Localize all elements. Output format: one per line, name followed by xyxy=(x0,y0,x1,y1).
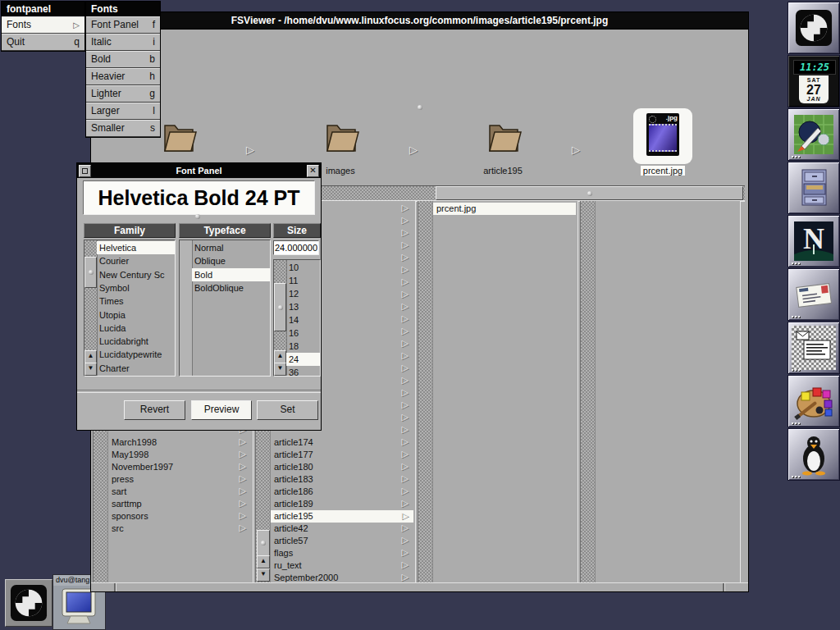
list-item[interactable]: Symbol xyxy=(97,281,175,294)
set-button[interactable]: Set xyxy=(257,400,318,420)
browser-row[interactable]: src▷ xyxy=(108,523,251,535)
list-item[interactable]: Lucidatypewrite xyxy=(97,348,175,361)
list-item[interactable]: 10 xyxy=(286,261,320,274)
window-resizebar[interactable] xyxy=(91,582,748,591)
list-item[interactable]: BoldOblique xyxy=(192,281,270,294)
browser-row[interactable]: article57▷ xyxy=(271,535,413,547)
list-item[interactable]: 24 xyxy=(286,353,320,366)
list-scrollbar[interactable]: ▲▼ xyxy=(274,260,287,376)
size-input[interactable] xyxy=(273,240,319,255)
browser-row[interactable]: March1998▷ xyxy=(108,436,251,449)
list-item[interactable]: Times xyxy=(97,294,175,308)
scroll-down-button[interactable]: ▼ xyxy=(84,363,97,376)
list-item-label: Helvetica xyxy=(99,243,136,253)
list-item[interactable]: Bold xyxy=(192,268,270,281)
newsreader-tile[interactable] xyxy=(788,322,840,374)
shelf-resize-dimple[interactable] xyxy=(418,105,422,110)
list-item[interactable]: Lucidabright xyxy=(97,335,175,348)
fonts-menu-item-italic[interactable]: Italici xyxy=(86,34,160,51)
horizontal-scrollbar-knob[interactable] xyxy=(436,186,743,200)
browser-row[interactable]: ru_text▷ xyxy=(271,559,413,572)
fonts-menu-item-smaller[interactable]: Smallers xyxy=(86,120,160,137)
list-item[interactable]: 36 xyxy=(286,366,320,376)
list-item[interactable]: Normal xyxy=(192,241,270,254)
shelf-label-text: prcent.jpg xyxy=(641,166,685,176)
folder-icon[interactable] xyxy=(158,115,198,156)
list-item[interactable]: New Century Sc xyxy=(97,268,175,281)
browser-row[interactable]: article186▷ xyxy=(271,486,413,498)
list-item[interactable]: Charter xyxy=(97,362,175,375)
browser-row[interactable]: article183▷ xyxy=(271,473,413,486)
list-item[interactable]: 11 xyxy=(286,274,320,287)
browser-row[interactable]: November1997▷ xyxy=(108,461,251,473)
palette-tile[interactable] xyxy=(788,375,840,427)
list-item[interactable]: 14 xyxy=(286,313,320,326)
panel-dimple[interactable] xyxy=(195,214,200,219)
list-item[interactable]: Utopia xyxy=(97,308,175,322)
list-item[interactable]: Oblique xyxy=(192,254,270,267)
list-item[interactable]: Lucida xyxy=(97,322,175,335)
list-scrollbar-knob[interactable] xyxy=(84,257,97,288)
window-titlebar[interactable]: FSViewer - /home/dvu/www.linuxfocus.org/… xyxy=(91,12,748,30)
list-item[interactable]: Helvetica xyxy=(97,241,175,254)
browser-row[interactable]: article42▷ xyxy=(271,523,413,535)
fonts-menu-item-lighter[interactable]: Lighterg xyxy=(86,85,160,103)
browser-row[interactable]: prcent.jpg xyxy=(433,203,576,215)
column-scrollbar[interactable] xyxy=(581,201,596,582)
list-scrollbar[interactable] xyxy=(180,240,193,376)
folder-icon[interactable] xyxy=(321,115,360,156)
list-item[interactable]: 18 xyxy=(286,340,320,353)
column-scrollbar[interactable] xyxy=(418,201,433,582)
fonts-menu-item-heavier[interactable]: Heavierh xyxy=(86,68,160,85)
netscape-tile[interactable]: N xyxy=(788,215,840,267)
fonts-menu-item-font-panel[interactable]: Font Panelf xyxy=(86,16,160,34)
asclock-tile[interactable]: 11:25SAT27JAN xyxy=(788,55,840,107)
browser-row[interactable]: article195▷ xyxy=(271,510,413,523)
list-scrollbar[interactable]: ▲▼ xyxy=(84,240,98,376)
scroll-down-button[interactable]: ▼ xyxy=(274,363,286,376)
menu-item-shortcut: f xyxy=(153,17,155,33)
preview-button[interactable]: Preview xyxy=(191,400,252,420)
revert-button[interactable]: Revert xyxy=(124,400,185,420)
graphics-app-tile[interactable] xyxy=(788,108,840,161)
browser-row[interactable]: sponsors▷ xyxy=(108,510,251,523)
wmaker-appicon[interactable] xyxy=(5,579,52,627)
fontpanel-menu-title[interactable]: fontpanel xyxy=(2,2,84,16)
close-button[interactable]: ✕ xyxy=(307,165,319,177)
fonts-menu-item-larger[interactable]: Largerl xyxy=(86,103,160,120)
browser-row[interactable]: article177▷ xyxy=(271,449,413,461)
penguin-tile[interactable] xyxy=(788,428,840,481)
browser-row[interactable]: article189▷ xyxy=(271,498,413,510)
browser-row[interactable]: sart▷ xyxy=(108,486,251,498)
list-scrollbar-knob[interactable] xyxy=(274,283,286,331)
browser-row[interactable]: May1998▷ xyxy=(108,449,251,461)
scroll-up-button[interactable]: ▲ xyxy=(257,555,270,568)
list-item[interactable]: 12 xyxy=(286,287,320,300)
list-item[interactable]: 16 xyxy=(286,326,320,340)
jpg-file-icon[interactable]: .jpg xyxy=(646,113,679,156)
scroll-up-button[interactable]: ▲ xyxy=(274,350,286,363)
miniaturize-button[interactable] xyxy=(79,165,91,177)
file-cabinet-tile[interactable] xyxy=(788,162,840,214)
scroll-down-button[interactable]: ▼ xyxy=(257,568,270,582)
fontpanel-menu-item-fonts[interactable]: Fonts▷ xyxy=(2,16,84,34)
fonts-menu-title[interactable]: Fonts xyxy=(86,2,160,16)
wmaker-dock-tile[interactable] xyxy=(788,2,840,54)
browser-row-label: article177 xyxy=(274,450,313,459)
scroll-up-button[interactable]: ▲ xyxy=(84,350,97,363)
browser-row[interactable]: September2000▷ xyxy=(271,572,413,582)
fontpanel-menu-item-quit[interactable]: Quitq xyxy=(2,34,84,51)
fonts-menu-item-bold[interactable]: Boldb xyxy=(86,51,160,68)
list-item[interactable]: Courier xyxy=(97,254,175,267)
column-scrollbar-knob[interactable] xyxy=(257,530,270,556)
browser-row[interactable]: press▷ xyxy=(108,473,251,486)
browser-row[interactable]: article180▷ xyxy=(271,461,413,473)
browser-row[interactable]: flags▷ xyxy=(271,547,413,559)
browser-column-4 xyxy=(580,201,741,582)
mail-tile[interactable] xyxy=(788,268,840,321)
folder-icon[interactable] xyxy=(483,115,523,156)
browser-row[interactable]: sarttmp▷ xyxy=(108,498,251,510)
list-item[interactable]: 13 xyxy=(286,300,320,313)
font-panel-titlebar[interactable]: Font Panel ✕ xyxy=(77,163,321,178)
browser-row[interactable]: article174▷ xyxy=(271,436,413,449)
